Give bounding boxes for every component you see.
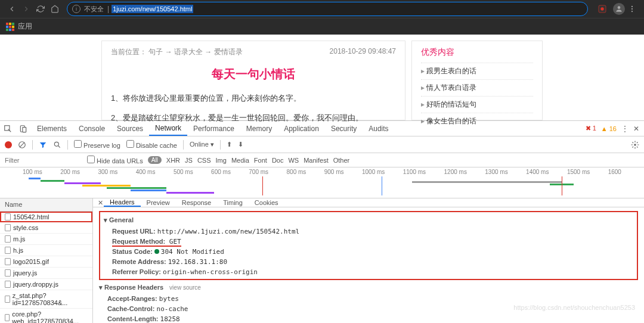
filter-other[interactable]: Other	[333, 157, 350, 164]
filter-js[interactable]: JS	[185, 157, 193, 164]
watermark: https://blog.csdn.net/shouchenchuan5253	[513, 304, 635, 311]
settings-icon[interactable]	[631, 141, 639, 149]
request-row[interactable]: 150542.html	[0, 212, 92, 222]
reload-button[interactable]	[33, 2, 48, 16]
request-row[interactable]: m.js	[0, 234, 92, 245]
tab-cookies[interactable]: Cookies	[249, 198, 284, 207]
network-toolbar: Preserve log Disable cache Online ▾ ⬆ ⬇	[0, 136, 644, 153]
tab-network[interactable]: Network	[149, 121, 187, 136]
timestamp: 2018-10-29 09:48:47	[330, 47, 396, 57]
request-row[interactable]: h.js	[0, 245, 92, 256]
filter-manifest[interactable]: Manifest	[304, 157, 329, 164]
breadcrumb: 当前位置： 句子 → 语录大全 → 爱情语录 2018-10-29 09:48:…	[111, 47, 396, 57]
tab-response[interactable]: Response	[176, 198, 218, 207]
devtools-panel: Elements Console Sources Network Perform…	[0, 120, 644, 323]
status-dot-icon	[154, 249, 159, 254]
tab-security[interactable]: Security	[325, 121, 363, 136]
filter-font[interactable]: Font	[254, 157, 267, 164]
svg-point-1	[600, 7, 603, 10]
file-icon	[5, 247, 11, 254]
request-row[interactable]: jquery.js	[0, 268, 92, 279]
tab-console[interactable]: Console	[73, 121, 111, 136]
tab-timing[interactable]: Timing	[217, 198, 249, 207]
svg-point-2	[618, 6, 621, 9]
online-select[interactable]: Online ▾	[190, 141, 214, 148]
record-button[interactable]	[5, 141, 12, 148]
address-bar[interactable]: i 不安全 | 1juzi.com/new/150542.html	[67, 2, 588, 16]
headers-content: ▾ General Request URL: http://www.1juzi.…	[93, 207, 644, 323]
file-icon	[5, 281, 11, 288]
preserve-log[interactable]: Preserve log	[74, 140, 120, 149]
tab-performance[interactable]: Performance	[187, 121, 240, 136]
home-button[interactable]	[48, 2, 62, 16]
filter-all[interactable]: All	[148, 156, 162, 164]
waterfall-overview[interactable]: 100 ms200 ms300 ms400 ms500 ms600 ms700 …	[0, 167, 644, 198]
inspect-icon[interactable]	[0, 121, 16, 136]
download-icon[interactable]: ⬇	[238, 141, 243, 148]
crumb-sub[interactable]: 爱情语录	[214, 48, 243, 56]
forward-button[interactable]	[19, 2, 33, 16]
more-icon[interactable]: ⋮	[621, 125, 628, 133]
bookmarks-bar: 应用	[0, 18, 644, 35]
request-row[interactable]: core.php?web_id=1278570834...	[0, 309, 92, 323]
tab-memory[interactable]: Memory	[240, 121, 278, 136]
network-body: Name 150542.html style.css m.js h.js log…	[0, 198, 644, 323]
request-row[interactable]: style.css	[0, 222, 92, 234]
sidebar-item[interactable]: 情人节表白语录	[421, 79, 533, 96]
filter-input[interactable]	[5, 157, 82, 164]
hide-data-urls[interactable]: Hide data URLs	[87, 156, 143, 164]
filter-icon[interactable]	[39, 141, 47, 149]
extension-icon[interactable]	[597, 4, 607, 14]
general-title[interactable]: ▾ General	[104, 216, 633, 224]
webpage-content: 当前位置： 句子 → 语录大全 → 爱情语录 2018-10-29 09:48:…	[0, 35, 644, 120]
disable-cache[interactable]: Disable cache	[126, 140, 177, 149]
browser-toolbar: i 不安全 | 1juzi.com/new/150542.html	[0, 0, 644, 18]
filter-media[interactable]: Media	[231, 157, 249, 164]
line-1: 1、将你放进我心里最重要的位置，用心来刻你的名字。	[111, 91, 396, 105]
sidebar-item[interactable]: 像女生告白的话	[421, 113, 533, 129]
insecure-label: 不安全	[84, 5, 104, 14]
clear-button[interactable]	[18, 141, 26, 149]
filter-img[interactable]: Img	[216, 157, 227, 164]
tab-preview[interactable]: Preview	[141, 198, 176, 207]
filter-xhr[interactable]: XHR	[166, 157, 180, 164]
crumb-cat[interactable]: 语录大全	[174, 48, 203, 56]
search-icon[interactable]	[53, 141, 61, 149]
tab-elements[interactable]: Elements	[31, 121, 73, 136]
svg-point-3	[631, 6, 633, 7]
crumb-home[interactable]: 句子	[148, 48, 163, 56]
tab-audits[interactable]: Audits	[363, 121, 394, 136]
tab-headers[interactable]: Headers	[104, 198, 141, 207]
request-row[interactable]: jquery.droppy.js	[0, 279, 92, 290]
svg-rect-8	[23, 127, 26, 132]
request-row[interactable]: logo2015.gif	[0, 256, 92, 268]
apps-label[interactable]: 应用	[18, 21, 32, 32]
sidebar-item[interactable]: 跟男生表白的话	[421, 63, 533, 79]
main-column: 当前位置： 句子 → 语录大全 → 爱情语录 2018-10-29 09:48:…	[101, 41, 405, 120]
profile-avatar[interactable]	[613, 3, 625, 15]
response-headers-title[interactable]: ▾ Response Headersview source	[99, 284, 638, 291]
close-detail[interactable]: ✕	[95, 199, 104, 207]
upload-icon[interactable]: ⬆	[227, 141, 232, 148]
sidebar-item[interactable]: 好听的情话短句	[421, 96, 533, 113]
device-icon[interactable]	[16, 121, 31, 136]
close-devtools[interactable]: ✕	[633, 125, 639, 133]
back-button[interactable]	[5, 2, 19, 16]
tab-sources[interactable]: Sources	[111, 121, 149, 136]
filter-ws[interactable]: WS	[288, 157, 299, 164]
file-icon	[5, 296, 10, 303]
svg-point-10	[54, 142, 58, 146]
request-list: Name 150542.html style.css m.js h.js log…	[0, 198, 93, 323]
filter-css[interactable]: CSS	[197, 157, 211, 164]
request-row[interactable]: z_stat.php?id=1278570834&...	[0, 290, 92, 309]
error-indicator[interactable]: ✖ 1	[586, 125, 596, 132]
name-header[interactable]: Name	[0, 198, 92, 212]
file-icon	[5, 314, 10, 321]
warning-indicator[interactable]: ▲ 16	[601, 125, 617, 132]
tab-application[interactable]: Application	[278, 121, 325, 136]
page-title: 每天一句小情话	[111, 66, 396, 82]
menu-button[interactable]	[625, 2, 639, 16]
filter-doc[interactable]: Doc	[272, 157, 284, 164]
info-icon[interactable]: i	[72, 5, 80, 13]
apps-icon[interactable]	[6, 23, 14, 31]
